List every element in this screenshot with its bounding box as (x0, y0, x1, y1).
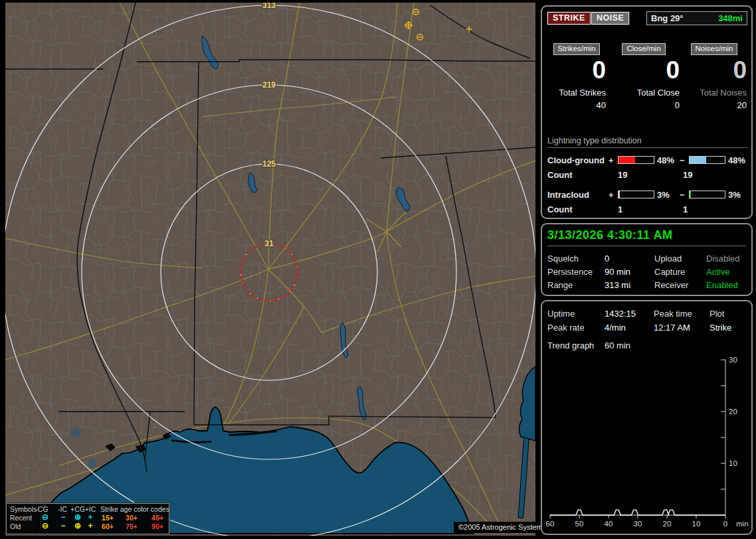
cloud-ground-count-row: Count 19 19 (547, 170, 748, 182)
noise-mode-button[interactable]: NOISE (591, 12, 629, 25)
close-column: Close/min 0 Total Close 0 (608, 43, 680, 110)
bearing-range: 348mi (718, 13, 743, 23)
legend-age-15+: 15+ (102, 514, 114, 522)
minus-sign: − (680, 190, 689, 200)
ic-positive-bar (618, 191, 654, 198)
trend-graph-window: 60 min (605, 341, 746, 354)
legend-age-header: Strike age color codes (100, 505, 169, 513)
strike-stats-panel: STRIKE NOISE Bng 29° 348mi Strikes/min 0… (541, 5, 753, 219)
total-noises-label: Total Noises (682, 88, 747, 98)
distribution-title: Lightning type distribution (547, 136, 748, 148)
legend-symbol-circle-plus-icon: ⊕ (74, 522, 81, 530)
legend-row-label: Old (10, 522, 21, 530)
cg-positive-bar (618, 156, 654, 164)
ic-negative-pct: 3% (725, 190, 748, 200)
cloud-ground-row: Cloud-ground + 48% − 48% (547, 154, 748, 166)
strikes-per-min-button[interactable]: Strikes/min (553, 43, 601, 55)
cg-positive-count: 19 (618, 170, 683, 182)
intracloud-count-row: Count 1 1 (547, 204, 748, 216)
status-panel: 3/13/2026 4:30:11 AM Squelch 0 Upload Di… (541, 223, 753, 296)
x-axis-unit: min (736, 520, 749, 528)
range-ring-label-313: 313 (262, 3, 276, 10)
cg-negative-pct: 48% (725, 155, 748, 165)
intracloud-row: Intracloud + 3% − 3% (547, 189, 748, 200)
legend-symbol-plus-icon: + (88, 522, 92, 530)
legend-symbol-minus-icon: − (60, 513, 65, 521)
strike-mode-button[interactable]: STRIKE (547, 12, 591, 25)
legend-symbol-circle-plus-icon: ⊕ (74, 513, 81, 521)
x-tick-label: 0 (723, 520, 727, 528)
noises-rate-value: 0 (682, 56, 747, 84)
ic-positive-pct: 3% (654, 190, 680, 200)
status-row: Squelch 0 Upload Disabled (547, 252, 746, 265)
total-close-value: 0 (608, 100, 680, 110)
plus-sign: + (609, 155, 618, 165)
close-per-min-button[interactable]: Close/min (622, 43, 665, 55)
range-ring-label-219: 219 (262, 80, 276, 90)
total-noises-value: 20 (682, 100, 747, 110)
cg-negative-count: 19 (683, 170, 748, 182)
cg-negative-bar (689, 156, 725, 164)
legend-age-30+: 30+ (126, 514, 138, 522)
x-tick-label: 50 (575, 520, 584, 528)
legend-symbol-circle-minus-icon: ⊖ (42, 513, 48, 521)
legend-symbol-plus-icon: + (88, 513, 92, 521)
map-legend: Symbols-CG-IC+CG+ICStrike age color code… (6, 503, 169, 534)
strike-map[interactable]: 31321912531 Symbols-CG-IC+CG+ICStrike ag… (5, 3, 535, 536)
app-window: 31321912531 Symbols-CG-IC+CG+ICStrike ag… (0, 0, 756, 539)
info-row: Uptime 1432:15 Peak time Plot (547, 307, 746, 321)
trend-graph-row: Trend graph 60 min (547, 341, 746, 354)
noises-column: Noises/min 0 Total Noises 20 (682, 43, 747, 110)
legend-age-75+: 75+ (126, 522, 138, 530)
trend-graph-label: Trend graph (547, 341, 605, 354)
x-tick-label: 30 (634, 520, 642, 528)
cg-positive-pct: 48% (654, 155, 680, 165)
total-strikes-value: 40 (547, 100, 606, 110)
legend-age-90+: 90+ (151, 522, 163, 530)
receiver-status: Enabled (706, 280, 746, 290)
range-ring-label-31: 31 (264, 239, 274, 248)
legend-symbol-minus-icon: − (60, 522, 65, 530)
legend-age-60+: 60+ (102, 522, 114, 530)
total-strikes-label: Total Strikes (547, 88, 606, 98)
lightning-distribution: Lightning type distribution Cloud-ground… (547, 136, 748, 223)
lake (70, 428, 81, 437)
y-tick-label: 30 (729, 356, 737, 364)
status-row: Persistence 90 min Capture Active (547, 265, 746, 278)
x-tick-label: 60 (546, 520, 555, 528)
y-tick-label: 20 (729, 408, 737, 416)
legend-age-45+: 45+ (151, 514, 163, 522)
noises-per-min-button[interactable]: Noises/min (691, 43, 738, 55)
legend-symbols-header: Symbols (10, 505, 37, 513)
upload-status: Disabled (706, 254, 746, 264)
bearing-display: Bng 29° 348mi (646, 11, 747, 25)
x-tick-label: 20 (663, 520, 672, 528)
ic-negative-bar (689, 191, 725, 198)
x-tick-label: 10 (692, 520, 701, 528)
y-tick-label: 10 (729, 459, 737, 467)
ic-negative-count: 1 (683, 204, 748, 216)
rate-stats: Strikes/min 0 Total Strikes 40 Close/min… (547, 43, 747, 110)
plus-sign: + (609, 190, 618, 200)
legend-row-label: Recent (10, 514, 32, 522)
minus-sign: − (680, 155, 689, 165)
legend-symbol-circle-minus-icon: ⊖ (42, 522, 48, 530)
info-row: Peak rate 4/min 12:17 AM Strike (547, 321, 746, 335)
copyright-text: ©2005 Astrogenic Systems (454, 522, 551, 533)
trend-chart: 3020106050403020100min (542, 354, 751, 535)
close-rate-value: 0 (608, 56, 680, 84)
trend-line (550, 510, 725, 515)
datetime-display: 3/13/2026 4:30:11 AM (547, 228, 746, 246)
status-row: Range 313 mi Receiver Enabled (547, 278, 746, 291)
trend-panel: Uptime 1432:15 Peak time Plot Peak rate … (541, 300, 753, 535)
map-canvas: 31321912531 (5, 3, 535, 536)
count-label: Count (547, 170, 618, 182)
strikes-rate-value: 0 (547, 56, 606, 84)
ic-positive-count: 1 (618, 204, 683, 216)
total-close-label: Total Close (608, 88, 680, 98)
strikes-column: Strikes/min 0 Total Strikes 40 (547, 43, 606, 110)
x-tick-label: 40 (605, 520, 613, 528)
lake (88, 458, 96, 469)
capture-status: Active (706, 267, 746, 277)
range-ring-label-125: 125 (262, 159, 276, 169)
